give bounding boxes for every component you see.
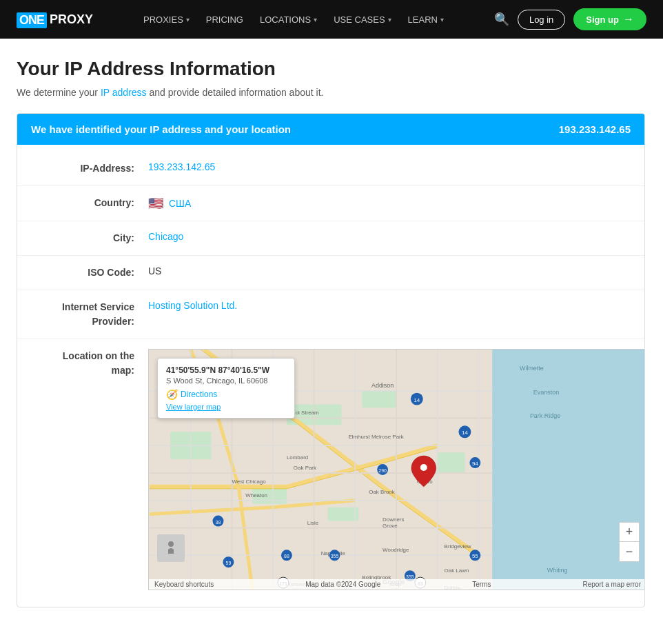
ip-card-header-text: We have identified your IP address and y…	[31, 123, 291, 135]
ip-card-body: IP-Address: 193.233.142.65 Country: 🇺🇸 С…	[17, 145, 644, 607]
map-container[interactable]: Addison Carol Stream Elmhurst Melrose Pa…	[148, 349, 645, 590]
proxies-chevron-icon: ▾	[186, 16, 190, 23]
svg-text:Woodridge: Woodridge	[382, 547, 409, 553]
ip-card-header: We have identified your IP address and y…	[17, 114, 644, 145]
directions-icon: 🧭	[166, 389, 178, 400]
zoom-out-button[interactable]: −	[620, 542, 639, 561]
nav-use-cases-label: USE CASES	[334, 14, 385, 25]
nav-learn[interactable]: LEARN ▾	[408, 14, 444, 25]
zoom-in-button[interactable]: +	[620, 523, 639, 542]
isp-value: Hosting Solution Ltd.	[148, 300, 237, 311]
svg-text:Grove: Grove	[382, 523, 398, 530]
svg-text:88: 88	[284, 554, 289, 559]
svg-text:Park Ridge: Park Ridge	[530, 412, 560, 419]
iso-code-label: ISO Code:	[31, 265, 148, 280]
locations-chevron-icon: ▾	[314, 16, 317, 23]
map-area: Addison Carol Stream Elmhurst Melrose Pa…	[148, 349, 645, 590]
signup-label: Sign up	[586, 14, 619, 25]
map-label-line2: map:	[112, 365, 134, 376]
map-report-error: Report a map error	[582, 581, 640, 588]
svg-text:355: 355	[331, 554, 339, 559]
nav-proxies[interactable]: PROXIES ▾	[143, 14, 190, 25]
svg-point-74	[168, 541, 174, 547]
map-popup: 41°50'55.9"N 87°40'16.5"W S Wood St, Chi…	[157, 358, 295, 419]
map-label: Location on the map:	[31, 349, 148, 378]
map-data-credit: Map data ©2024 Google	[305, 581, 380, 588]
map-row: Location on the map:	[17, 339, 644, 600]
iso-code-row: ISO Code: US	[17, 256, 644, 290]
isp-label: Internet Service Provider:	[31, 300, 148, 329]
use-cases-chevron-icon: ▾	[388, 16, 391, 23]
nav-locations[interactable]: LOCATIONS ▾	[260, 14, 317, 25]
svg-text:West Chicago: West Chicago	[232, 479, 266, 485]
svg-text:14: 14	[462, 430, 468, 436]
signup-button[interactable]: Sign up →	[573, 8, 646, 30]
view-larger-map-link[interactable]: View larger map	[166, 403, 286, 411]
main-nav: PROXIES ▾ PRICING LOCATIONS ▾ USE CASES …	[143, 14, 444, 25]
ip-link[interactable]: IP address	[101, 87, 147, 98]
map-popup-coords: 41°50'55.9"N 87°40'16.5"W	[166, 365, 286, 375]
nav-learn-label: LEARN	[408, 14, 438, 25]
svg-text:Oak Brook: Oak Brook	[369, 489, 395, 495]
country-flag-icon: 🇺🇸	[148, 196, 163, 211]
header: ONE PROXY PROXIES ▾ PRICING LOCATIONS ▾ …	[0, 0, 663, 39]
logo[interactable]: ONE PROXY	[17, 10, 93, 28]
city-label: City:	[31, 231, 148, 245]
nav-proxies-label: PROXIES	[143, 14, 183, 25]
search-button[interactable]: 🔍	[494, 12, 509, 27]
nav-use-cases[interactable]: USE CASES ▾	[334, 14, 391, 25]
login-button[interactable]: Log in	[518, 10, 565, 30]
directions-label: Directions	[181, 390, 217, 399]
map-keyboard-shortcuts: Keyboard shortcuts	[154, 581, 214, 588]
map-footer: Keyboard shortcuts Map data ©2024 Google…	[149, 579, 645, 590]
svg-rect-7	[328, 507, 359, 521]
svg-text:59: 59	[226, 561, 232, 565]
svg-text:Lombard: Lombard	[287, 454, 308, 461]
svg-text:Oak Lawn: Oak Lawn	[445, 567, 469, 574]
country-value: 🇺🇸 США	[148, 196, 191, 211]
city-value: Chicago	[148, 231, 183, 242]
signup-arrow-icon: →	[623, 13, 634, 26]
svg-text:Lisle: Lisle	[307, 520, 319, 526]
nav-pricing[interactable]: PRICING	[206, 14, 243, 25]
svg-text:55: 55	[472, 553, 478, 559]
nav-locations-label: LOCATIONS	[260, 14, 311, 25]
isp-row: Internet Service Provider: Hosting Solut…	[17, 290, 644, 339]
map-zoom-controls: + −	[619, 522, 640, 562]
country-name: США	[169, 198, 191, 209]
city-row: City: Chicago	[17, 221, 644, 256]
country-label: Country:	[31, 196, 148, 210]
logo-text: ONE	[17, 10, 47, 28]
learn-chevron-icon: ▾	[440, 16, 444, 23]
ip-address-row: IP-Address: 193.233.142.65	[17, 152, 644, 186]
svg-text:Wheaton: Wheaton	[245, 492, 267, 499]
svg-point-72	[420, 464, 427, 471]
search-icon: 🔍	[494, 12, 509, 27]
iso-code-value: US	[148, 265, 161, 276]
ip-card-header-ip: 193.233.142.65	[559, 123, 631, 135]
svg-rect-5	[438, 452, 465, 473]
svg-text:Bridgeview: Bridgeview	[445, 543, 471, 550]
street-view-control[interactable]	[157, 534, 185, 562]
map-terms: Terms	[472, 581, 491, 588]
svg-text:Whiting: Whiting	[547, 567, 568, 574]
nav-pricing-label: PRICING	[206, 14, 243, 25]
svg-text:290: 290	[378, 468, 387, 473]
svg-text:Elmhurst Melrose Park: Elmhurst Melrose Park	[348, 434, 403, 440]
svg-text:Addison: Addison	[371, 382, 394, 389]
header-actions: 🔍 Log in Sign up →	[494, 8, 646, 30]
ip-address-value: 193.233.142.65	[148, 161, 215, 172]
page-subtitle: We determine your IP address and provide…	[17, 87, 645, 98]
isp-label-line1: Internet Service	[62, 301, 134, 312]
map-directions-link[interactable]: 🧭 Directions	[166, 389, 286, 400]
isp-label-line2: Provider:	[92, 316, 134, 327]
svg-text:38: 38	[216, 520, 221, 525]
logo-proxy-text: PROXY	[50, 12, 93, 27]
svg-text:94: 94	[472, 461, 478, 467]
street-view-icon	[163, 540, 179, 556]
svg-rect-4	[362, 391, 396, 408]
page-title: Your IP Address Information	[17, 58, 645, 80]
svg-text:Wilmette: Wilmette	[520, 365, 544, 372]
svg-text:14: 14	[414, 397, 420, 403]
svg-text:Downers: Downers	[382, 516, 404, 523]
